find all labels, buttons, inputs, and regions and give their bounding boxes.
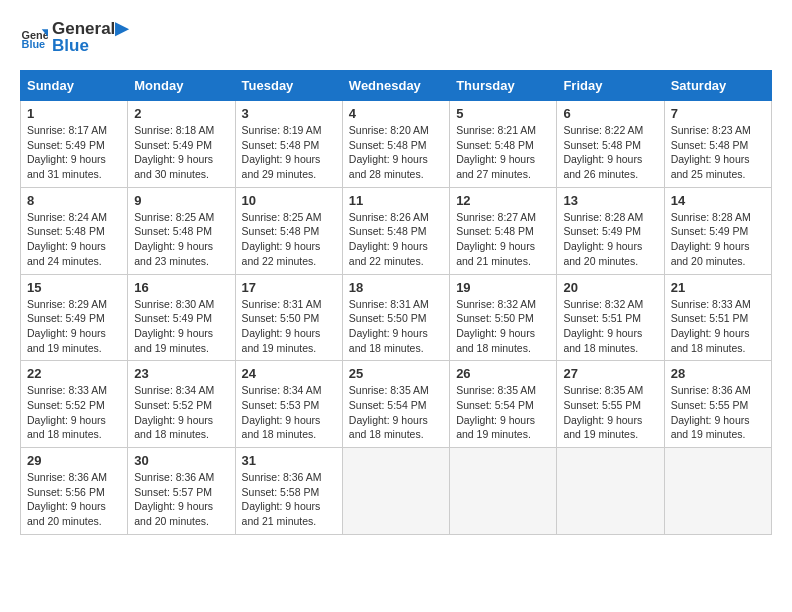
day-cell-29: 29Sunrise: 8:36 AMSunset: 5:56 PMDayligh… bbox=[21, 448, 128, 535]
day-cell-13: 13Sunrise: 8:28 AMSunset: 5:49 PMDayligh… bbox=[557, 187, 664, 274]
day-cell-30: 30Sunrise: 8:36 AMSunset: 5:57 PMDayligh… bbox=[128, 448, 235, 535]
logo-blue: Blue bbox=[52, 37, 128, 54]
svg-text:Blue: Blue bbox=[22, 38, 46, 50]
logo-icon: General Blue bbox=[20, 23, 48, 51]
empty-cell-4-3 bbox=[342, 448, 449, 535]
empty-cell-4-6 bbox=[664, 448, 771, 535]
week-row-2: 15Sunrise: 8:29 AMSunset: 5:49 PMDayligh… bbox=[21, 274, 772, 361]
col-header-saturday: Saturday bbox=[664, 71, 771, 101]
day-cell-10: 10Sunrise: 8:25 AMSunset: 5:48 PMDayligh… bbox=[235, 187, 342, 274]
col-header-monday: Monday bbox=[128, 71, 235, 101]
week-row-1: 8Sunrise: 8:24 AMSunset: 5:48 PMDaylight… bbox=[21, 187, 772, 274]
day-cell-3: 3Sunrise: 8:19 AMSunset: 5:48 PMDaylight… bbox=[235, 101, 342, 188]
col-header-tuesday: Tuesday bbox=[235, 71, 342, 101]
day-cell-7: 7Sunrise: 8:23 AMSunset: 5:48 PMDaylight… bbox=[664, 101, 771, 188]
day-cell-4: 4Sunrise: 8:20 AMSunset: 5:48 PMDaylight… bbox=[342, 101, 449, 188]
day-cell-22: 22Sunrise: 8:33 AMSunset: 5:52 PMDayligh… bbox=[21, 361, 128, 448]
day-cell-6: 6Sunrise: 8:22 AMSunset: 5:48 PMDaylight… bbox=[557, 101, 664, 188]
logo-general: General▶ bbox=[52, 20, 128, 37]
day-cell-20: 20Sunrise: 8:32 AMSunset: 5:51 PMDayligh… bbox=[557, 274, 664, 361]
day-cell-27: 27Sunrise: 8:35 AMSunset: 5:55 PMDayligh… bbox=[557, 361, 664, 448]
header-row: SundayMondayTuesdayWednesdayThursdayFrid… bbox=[21, 71, 772, 101]
day-cell-24: 24Sunrise: 8:34 AMSunset: 5:53 PMDayligh… bbox=[235, 361, 342, 448]
day-cell-25: 25Sunrise: 8:35 AMSunset: 5:54 PMDayligh… bbox=[342, 361, 449, 448]
day-cell-14: 14Sunrise: 8:28 AMSunset: 5:49 PMDayligh… bbox=[664, 187, 771, 274]
col-header-sunday: Sunday bbox=[21, 71, 128, 101]
day-cell-15: 15Sunrise: 8:29 AMSunset: 5:49 PMDayligh… bbox=[21, 274, 128, 361]
day-cell-31: 31Sunrise: 8:36 AMSunset: 5:58 PMDayligh… bbox=[235, 448, 342, 535]
empty-cell-4-4 bbox=[450, 448, 557, 535]
day-cell-2: 2Sunrise: 8:18 AMSunset: 5:49 PMDaylight… bbox=[128, 101, 235, 188]
week-row-0: 1Sunrise: 8:17 AMSunset: 5:49 PMDaylight… bbox=[21, 101, 772, 188]
day-cell-21: 21Sunrise: 8:33 AMSunset: 5:51 PMDayligh… bbox=[664, 274, 771, 361]
col-header-friday: Friday bbox=[557, 71, 664, 101]
week-row-3: 22Sunrise: 8:33 AMSunset: 5:52 PMDayligh… bbox=[21, 361, 772, 448]
day-cell-17: 17Sunrise: 8:31 AMSunset: 5:50 PMDayligh… bbox=[235, 274, 342, 361]
col-header-wednesday: Wednesday bbox=[342, 71, 449, 101]
logo: General Blue General▶ Blue bbox=[20, 20, 128, 54]
day-cell-28: 28Sunrise: 8:36 AMSunset: 5:55 PMDayligh… bbox=[664, 361, 771, 448]
day-cell-19: 19Sunrise: 8:32 AMSunset: 5:50 PMDayligh… bbox=[450, 274, 557, 361]
week-row-4: 29Sunrise: 8:36 AMSunset: 5:56 PMDayligh… bbox=[21, 448, 772, 535]
day-cell-26: 26Sunrise: 8:35 AMSunset: 5:54 PMDayligh… bbox=[450, 361, 557, 448]
header: General Blue General▶ Blue bbox=[20, 20, 772, 54]
day-cell-9: 9Sunrise: 8:25 AMSunset: 5:48 PMDaylight… bbox=[128, 187, 235, 274]
day-cell-23: 23Sunrise: 8:34 AMSunset: 5:52 PMDayligh… bbox=[128, 361, 235, 448]
day-cell-5: 5Sunrise: 8:21 AMSunset: 5:48 PMDaylight… bbox=[450, 101, 557, 188]
empty-cell-4-5 bbox=[557, 448, 664, 535]
day-cell-8: 8Sunrise: 8:24 AMSunset: 5:48 PMDaylight… bbox=[21, 187, 128, 274]
col-header-thursday: Thursday bbox=[450, 71, 557, 101]
day-cell-18: 18Sunrise: 8:31 AMSunset: 5:50 PMDayligh… bbox=[342, 274, 449, 361]
day-cell-12: 12Sunrise: 8:27 AMSunset: 5:48 PMDayligh… bbox=[450, 187, 557, 274]
day-cell-16: 16Sunrise: 8:30 AMSunset: 5:49 PMDayligh… bbox=[128, 274, 235, 361]
calendar-table: SundayMondayTuesdayWednesdayThursdayFrid… bbox=[20, 70, 772, 535]
day-cell-11: 11Sunrise: 8:26 AMSunset: 5:48 PMDayligh… bbox=[342, 187, 449, 274]
day-cell-1: 1Sunrise: 8:17 AMSunset: 5:49 PMDaylight… bbox=[21, 101, 128, 188]
